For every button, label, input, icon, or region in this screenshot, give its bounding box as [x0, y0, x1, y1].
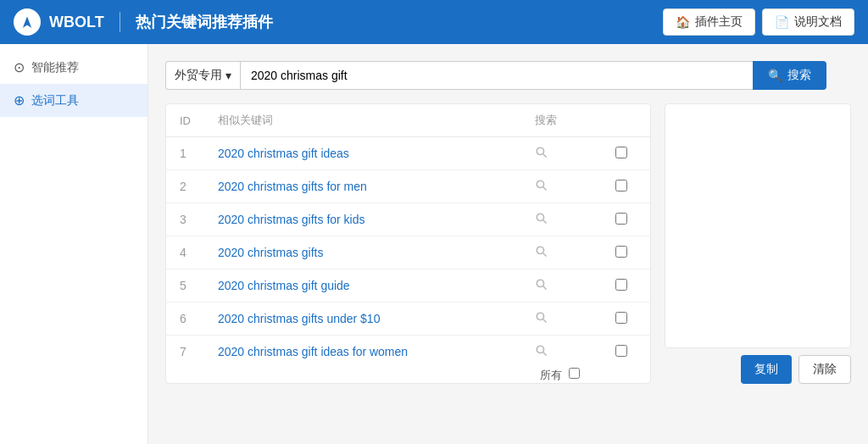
row-checkbox[interactable]	[615, 246, 627, 258]
main-content: 外贸专用 ▾ 🔍 搜索 ID 相似关键词 搜索	[148, 44, 868, 444]
header-left: WBOLT 热门关键词推荐插件	[14, 8, 273, 36]
keyword-link[interactable]: 2020 christmas gift guide	[218, 279, 350, 292]
keyword-link[interactable]: 2020 christmas gifts under $10	[218, 312, 380, 325]
row-search-icon[interactable]	[521, 137, 593, 170]
selected-keywords-box	[665, 103, 851, 348]
doc-icon: 📄	[775, 15, 789, 29]
row-id: 1	[166, 137, 204, 170]
row-keyword: 2020 christmas gifts for men	[204, 170, 521, 203]
search-button[interactable]: 🔍 搜索	[753, 61, 826, 90]
row-keyword: 2020 christmas gifts for kids	[204, 203, 521, 236]
svg-point-11	[537, 313, 543, 319]
right-panel-buttons: 复制 清除	[665, 355, 851, 384]
sidebar: ⊙ 智能推荐 ⊕ 选词工具	[0, 44, 148, 444]
row-checkbox[interactable]	[615, 180, 627, 191]
svg-point-13	[537, 346, 543, 352]
row-keyword: 2020 christmas gifts under $10	[204, 302, 521, 336]
word-tool-icon: ⊕	[14, 92, 25, 108]
svg-line-14	[543, 352, 547, 356]
row-checkbox-cell	[593, 170, 650, 203]
sidebar-item-smart-recommend[interactable]: ⊙ 智能推荐	[0, 51, 147, 84]
copy-button[interactable]: 复制	[741, 355, 792, 384]
plugin-home-button[interactable]: 🏠 插件主页	[663, 8, 755, 36]
svg-point-7	[537, 247, 543, 253]
row-checkbox-cell	[593, 203, 650, 236]
row-id: 4	[166, 236, 204, 269]
table-row: 72020 christmas gift ideas for women	[166, 336, 650, 369]
sidebar-item-label: 选词工具	[31, 93, 79, 108]
row-search-icon[interactable]	[521, 203, 593, 236]
row-keyword: 2020 christmas gifts	[204, 236, 521, 269]
row-checkbox-cell	[593, 336, 650, 369]
select-all-checkbox[interactable]	[569, 368, 580, 379]
doc-button[interactable]: 📄 说明文档	[762, 8, 854, 36]
col-keyword: 相似关键词	[204, 104, 521, 137]
content-area: ID 相似关键词 搜索 12020 christmas gift ideas22…	[165, 103, 851, 384]
keyword-link[interactable]: 2020 christmas gifts for kids	[218, 213, 365, 226]
dropdown-button[interactable]: 外贸专用 ▾	[165, 61, 240, 90]
app-header: WBOLT 热门关键词推荐插件 🏠 插件主页 📄 说明文档	[0, 0, 868, 44]
row-keyword: 2020 christmas gift guide	[204, 269, 521, 302]
svg-point-9	[537, 280, 543, 286]
row-keyword: 2020 christmas gift ideas for women	[204, 336, 521, 369]
row-search-icon[interactable]	[521, 170, 593, 203]
dropdown-label: 外贸专用	[175, 68, 222, 83]
chevron-down-icon: ▾	[225, 69, 231, 82]
smart-recommend-icon: ⊙	[14, 59, 25, 75]
table-header-row: ID 相似关键词 搜索	[166, 104, 650, 137]
col-select	[593, 104, 650, 137]
svg-point-1	[537, 147, 543, 154]
all-label: 所有	[540, 369, 562, 381]
header-actions: 🏠 插件主页 📄 说明文档	[663, 8, 854, 36]
row-search-icon[interactable]	[521, 236, 593, 269]
svg-point-5	[537, 214, 543, 220]
row-checkbox-cell	[593, 269, 650, 302]
row-search-icon[interactable]	[521, 336, 593, 369]
right-panel: 复制 清除	[665, 103, 851, 384]
app-title: 热门关键词推荐插件	[136, 12, 273, 32]
row-checkbox[interactable]	[615, 345, 627, 357]
row-search-icon[interactable]	[521, 302, 593, 336]
row-id: 5	[166, 269, 204, 302]
row-checkbox-cell	[593, 302, 650, 336]
row-checkbox[interactable]	[615, 213, 627, 225]
row-keyword: 2020 christmas gift ideas	[204, 137, 521, 170]
home-icon: 🏠	[676, 15, 690, 29]
row-id: 2	[166, 170, 204, 203]
table-row: 52020 christmas gift guide	[166, 269, 650, 302]
row-search-icon[interactable]	[521, 269, 593, 302]
svg-point-3	[537, 180, 543, 187]
svg-line-2	[543, 154, 547, 158]
keywords-table-container: ID 相似关键词 搜索 12020 christmas gift ideas22…	[165, 103, 651, 384]
table-row: 42020 christmas gifts	[166, 236, 650, 269]
svg-line-10	[543, 286, 547, 290]
row-checkbox[interactable]	[615, 147, 627, 158]
table-row: 32020 christmas gifts for kids	[166, 203, 650, 236]
clear-button[interactable]: 清除	[798, 355, 851, 384]
header-divider	[120, 12, 120, 32]
row-checkbox[interactable]	[615, 279, 627, 291]
table-row: 62020 christmas gifts under $10	[166, 302, 650, 336]
search-input[interactable]	[240, 61, 753, 90]
keyword-link[interactable]: 2020 christmas gift ideas for women	[218, 345, 408, 358]
col-id: ID	[166, 104, 204, 137]
keyword-link[interactable]: 2020 christmas gifts	[218, 246, 324, 259]
keyword-link[interactable]: 2020 christmas gifts for men	[218, 180, 367, 193]
table-footer-row: 所有	[166, 368, 650, 383]
search-icon: 🔍	[768, 69, 782, 82]
main-layout: ⊙ 智能推荐 ⊕ 选词工具 外贸专用 ▾ 🔍 搜索	[0, 44, 868, 444]
row-id: 3	[166, 203, 204, 236]
col-search: 搜索	[521, 104, 593, 137]
keyword-link[interactable]: 2020 christmas gift ideas	[218, 147, 349, 160]
svg-line-8	[543, 253, 547, 257]
app-logo	[14, 8, 41, 36]
svg-line-12	[543, 319, 547, 323]
row-checkbox[interactable]	[615, 312, 627, 324]
row-id: 6	[166, 302, 204, 336]
svg-line-4	[543, 187, 547, 191]
row-id: 7	[166, 336, 204, 369]
sidebar-item-word-tool[interactable]: ⊕ 选词工具	[0, 84, 147, 117]
keywords-table: ID 相似关键词 搜索 12020 christmas gift ideas22…	[166, 104, 650, 383]
table-row: 12020 christmas gift ideas	[166, 137, 650, 170]
sidebar-item-label: 智能推荐	[31, 60, 79, 75]
